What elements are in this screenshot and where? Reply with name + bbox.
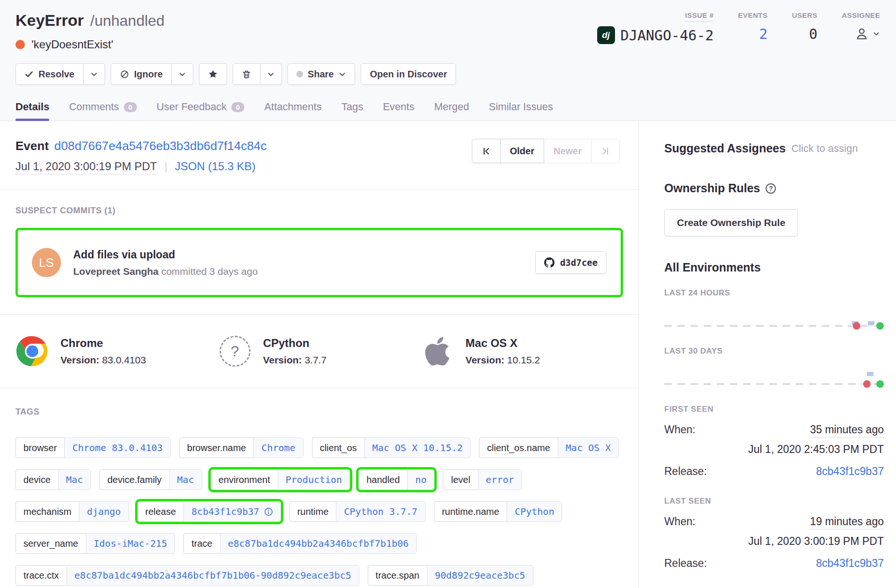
tab-user-feedback[interactable]: User Feedback0 xyxy=(157,101,245,121)
first-seen-release-link[interactable]: 8cb43f1c9b37 xyxy=(816,465,884,478)
first-seen-marker xyxy=(863,380,871,388)
tab-details[interactable]: Details xyxy=(15,101,49,121)
tab-similar-issues[interactable]: Similar Issues xyxy=(489,101,553,121)
event-label: Event xyxy=(15,139,49,153)
last-seen-relative: 19 minutes ago xyxy=(810,515,884,529)
issue-stats: ISSUE # dj DJANGO-46-2 EVENTS 2 USERS 0 … xyxy=(597,11,883,51)
last-seen-when-label: When: xyxy=(664,515,695,528)
tag-handled: handledno xyxy=(358,469,434,490)
older-event-button[interactable]: Older xyxy=(501,139,544,163)
share-status-dot xyxy=(296,71,303,77)
tag-runtime: runtimeCPython 3.7.7 xyxy=(289,501,425,522)
suspect-commit-card: LS Add files via upload Lovepreet Sangha… xyxy=(15,228,623,297)
commit-meta: committed 3 days ago xyxy=(159,266,258,277)
tag-client-os-name: client_os.nameMac OS X xyxy=(479,437,619,458)
ignore-button[interactable]: Ignore xyxy=(111,63,172,85)
first-seen-when-label: When: xyxy=(664,423,695,436)
event-timestamp: Jul 1, 2020 3:00:19 PM PDT xyxy=(15,160,157,174)
comments-count-badge: 0 xyxy=(124,102,137,112)
issue-type-title: KeyError xyxy=(15,11,84,30)
chevron-down-icon xyxy=(267,70,275,78)
issue-header: KeyError /unhandled 'keyDoesntExist' ISS… xyxy=(0,0,896,121)
tag-release: release8cb43f1c9b37 xyxy=(137,501,281,522)
info-icon[interactable] xyxy=(264,507,273,516)
ignore-dropdown-button[interactable] xyxy=(172,63,193,85)
tag-pills: browserChrome 83.0.4103 browser.nameChro… xyxy=(15,437,623,588)
issue-number-label: ISSUE # xyxy=(685,11,714,22)
last-30-days-sparkline xyxy=(664,356,884,405)
last-seen-marker xyxy=(876,322,884,330)
tag-browser: browserChrome 83.0.4103 xyxy=(15,437,171,458)
latest-event-button[interactable] xyxy=(592,139,620,163)
oldest-event-button[interactable] xyxy=(472,139,501,163)
tab-attachments[interactable]: Attachments xyxy=(264,101,321,121)
share-button[interactable]: Share xyxy=(288,63,356,85)
last-seen-marker xyxy=(876,380,884,388)
resolve-dropdown-button[interactable] xyxy=(84,63,105,85)
issue-title-block: KeyError /unhandled 'keyDoesntExist' xyxy=(15,11,165,51)
tab-comments[interactable]: Comments0 xyxy=(69,101,137,121)
suggested-assignees-header: Suggested Assignees Click to assign xyxy=(664,142,884,155)
commit-author: Lovepreet Sangha xyxy=(73,266,159,277)
event-header: Eventd08d7667e4a5476eb3b3db6d7f14c84c Ju… xyxy=(0,121,638,190)
sparkline-baseline xyxy=(664,325,882,327)
error-level-dot xyxy=(15,40,25,49)
events-label: EVENTS xyxy=(738,11,767,21)
users-label: USERS xyxy=(792,11,817,21)
tab-merged[interactable]: Merged xyxy=(434,101,469,121)
event-id-link[interactable]: d08d7667e4a5476eb3b3db6d7f14c84c xyxy=(54,139,267,153)
help-question-icon[interactable]: ? xyxy=(766,183,776,194)
tag-trace-ctx: trace.ctxe8c87ba1dc494bb2a4346bcfbf7b1b0… xyxy=(15,565,359,586)
issue-transaction-title: /unhandled xyxy=(91,12,165,30)
sentry-issue-page: KeyError /unhandled 'keyDoesntExist' ISS… xyxy=(0,0,896,588)
create-ownership-rule-button[interactable]: Create Ownership Rule xyxy=(664,209,798,236)
tag-environment: environmentProduction xyxy=(211,469,350,490)
star-icon xyxy=(208,69,218,79)
last-seen-absolute: Jul 1, 2020 3:00:19 PM PDT xyxy=(664,535,884,548)
click-to-assign-hint: Click to assign xyxy=(791,143,858,155)
context-os: Mac OS X Version: 10.15.2 xyxy=(420,334,623,368)
event-json-link[interactable]: JSON (15.3 KB) xyxy=(175,160,256,173)
bookmark-star-button[interactable] xyxy=(199,63,227,85)
newer-event-button[interactable]: Newer xyxy=(544,139,592,163)
assignee-selector[interactable] xyxy=(842,26,880,42)
chevron-down-icon xyxy=(873,30,880,38)
chrome-icon xyxy=(15,334,49,368)
tag-mechanism: mechanismdjango xyxy=(15,501,129,522)
event-bar xyxy=(867,320,875,326)
last-seen-release-label: Release: xyxy=(664,557,707,570)
commit-author-avatar: LS xyxy=(32,248,61,277)
trash-icon xyxy=(242,69,251,79)
event-bar xyxy=(866,371,874,377)
delete-dropdown-button[interactable] xyxy=(260,63,282,85)
feedback-count-badge: 0 xyxy=(231,102,244,112)
commit-title: Add files via upload xyxy=(73,249,535,261)
commit-sha-button[interactable]: d3d7cee xyxy=(535,251,607,274)
stat-events: EVENTS 2 xyxy=(738,11,767,51)
last-30-days-label: LAST 30 DAYS xyxy=(664,347,884,356)
issue-short-id: DJANGO-46-2 xyxy=(621,27,714,44)
tag-device: deviceMac xyxy=(15,469,91,490)
check-icon xyxy=(24,69,34,79)
events-count-link[interactable]: 2 xyxy=(738,26,767,42)
event-contexts: Chrome Version: 83.0.4103 ? CPython Vers… xyxy=(0,315,638,388)
tag-trace-span: trace.span90d892c9eace3bc5 xyxy=(368,565,533,586)
assignee-label: ASSIGNEE xyxy=(842,11,880,21)
open-in-discover-button[interactable]: Open in Discover xyxy=(361,63,456,85)
tab-tags[interactable]: Tags xyxy=(342,101,363,121)
unknown-runtime-icon: ? xyxy=(218,334,252,368)
suspect-commits-heading: SUSPECT COMMITS (1) xyxy=(15,206,623,216)
last-seen-release-link[interactable]: 8cb43f1c9b37 xyxy=(816,557,884,570)
context-browser: Chrome Version: 83.0.4103 xyxy=(15,334,218,368)
issue-message: 'keyDoesntExist' xyxy=(31,38,114,51)
resolve-button[interactable]: Resolve xyxy=(15,63,84,85)
issue-actions: Resolve Ignore xyxy=(0,51,896,85)
stat-assignee: ASSIGNEE xyxy=(842,11,880,51)
issue-tabs: Details Comments0 User Feedback0 Attachm… xyxy=(15,101,553,121)
first-seen-release-label: Release: xyxy=(664,465,707,478)
event-details-main: Eventd08d7667e4a5476eb3b3db6d7f14c84c Ju… xyxy=(0,121,639,588)
ownership-rules-header: Ownership Rules ? xyxy=(664,181,884,195)
delete-button[interactable] xyxy=(233,63,260,85)
django-project-icon: dj xyxy=(597,26,615,44)
tab-events[interactable]: Events xyxy=(383,101,414,121)
